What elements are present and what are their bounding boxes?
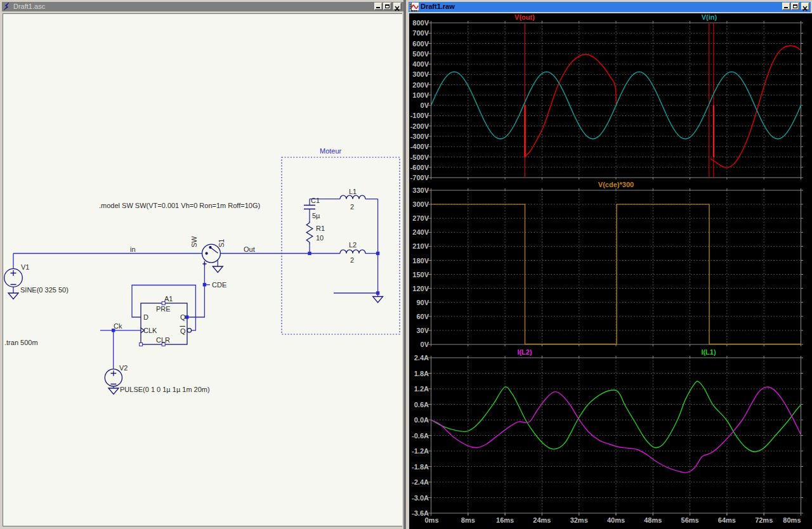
svg-text:1.2A: 1.2A [414,385,429,393]
svg-text:16ms: 16ms [496,516,514,524]
svg-text:24ms: 24ms [533,516,551,524]
svg-text:I(L2): I(L2) [517,348,532,356]
svg-text:240V: 240V [412,228,429,236]
svg-text:2.4A: 2.4A [414,354,429,362]
svg-text:SW: SW [190,236,198,247]
svg-text:A1: A1 [164,295,173,303]
svg-text:700V: 700V [412,29,429,37]
svg-text:0ms: 0ms [425,516,439,524]
svg-text:300V: 300V [412,70,429,78]
svg-text:56ms: 56ms [681,516,699,524]
svg-text:SINE(0 325 50): SINE(0 325 50) [20,286,69,294]
svg-text:V2: V2 [119,364,128,372]
svg-text:V(in): V(in) [702,13,717,21]
svg-text:30V: 30V [416,327,429,334]
svg-text:0V: 0V [421,101,429,109]
svg-text:100V: 100V [412,91,429,99]
svg-text:180V: 180V [412,257,429,264]
svg-text:-0.6A: -0.6A [412,432,429,440]
svg-text:PULSE(0 1 0 1µ 1µ 1m 20m): PULSE(0 1 0 1µ 1µ 1m 20m) [120,386,210,393]
svg-text:0.0A: 0.0A [414,416,429,424]
svg-text:600V: 600V [412,40,429,48]
svg-text:PRE: PRE [156,305,171,313]
svg-text:Q: Q [180,327,186,335]
svg-text:10: 10 [316,234,324,242]
svg-text:V(out): V(out) [514,13,535,21]
svg-text:.model SW SW(VT=0.001 Vh=0 Ron: .model SW SW(VT=0.001 Vh=0 Ron=1m Roff=1… [99,202,260,209]
svg-text:-600V: -600V [410,164,429,171]
svg-text:-500V: -500V [410,153,429,161]
svg-text:-2.4A: -2.4A [412,478,429,486]
svg-text:40ms: 40ms [607,516,625,524]
svg-text:330V: 330V [412,186,429,194]
svg-text:-100V: -100V [410,112,429,119]
svg-text:-1.8A: -1.8A [412,463,429,471]
svg-text:150V: 150V [412,271,429,278]
svg-text:V(cde)*300: V(cde)*300 [598,181,634,188]
svg-text:L2: L2 [349,241,357,249]
svg-text:S1: S1 [218,239,225,247]
svg-text:-400V: -400V [410,143,429,150]
svg-text:270V: 270V [412,214,429,222]
svg-text:-700V: -700V [410,174,429,181]
svg-text:-1.2A: -1.2A [412,447,429,455]
svg-text:2: 2 [350,256,354,264]
svg-text:CDE: CDE [212,281,226,289]
svg-text:Moteur: Moteur [320,147,342,155]
svg-text:800V: 800V [412,19,429,27]
svg-text:in: in [130,245,136,253]
svg-text:64ms: 64ms [718,516,736,524]
svg-text:500V: 500V [412,50,429,58]
svg-text:400V: 400V [412,60,429,68]
svg-text:V1: V1 [21,263,29,271]
svg-text:2: 2 [350,203,354,211]
svg-text:Q: Q [180,313,186,321]
svg-text:80ms: 80ms [783,516,801,524]
svg-text:210V: 210V [412,242,429,250]
svg-text:.tran 500m: .tran 500m [4,339,38,346]
svg-text:32ms: 32ms [570,516,588,524]
svg-text:I(L1): I(L1) [701,348,716,356]
svg-text:CLK: CLK [143,327,157,334]
svg-text:-300V: -300V [410,133,429,140]
svg-text:48ms: 48ms [644,516,662,524]
svg-text:60V: 60V [416,313,429,320]
svg-text:120V: 120V [412,285,429,292]
svg-text:Out: Out [244,245,255,253]
svg-text:R1: R1 [316,225,325,232]
svg-text:L1: L1 [349,188,357,195]
svg-text:C1: C1 [311,197,320,204]
svg-text:300V: 300V [412,200,429,208]
svg-text:72ms: 72ms [755,516,773,524]
svg-text:-3.0A: -3.0A [412,494,429,502]
svg-text:1.8A: 1.8A [414,370,429,377]
svg-text:D: D [143,313,148,321]
svg-text:0V: 0V [421,341,429,348]
svg-text:200V: 200V [412,81,429,89]
svg-text:5µ: 5µ [312,212,320,219]
svg-text:-200V: -200V [410,122,429,130]
svg-text:8ms: 8ms [461,516,475,524]
svg-text:Ck: Ck [114,322,122,330]
svg-text:0.6A: 0.6A [414,401,429,408]
svg-text:CLR: CLR [156,336,170,344]
svg-text:90V: 90V [416,299,429,306]
